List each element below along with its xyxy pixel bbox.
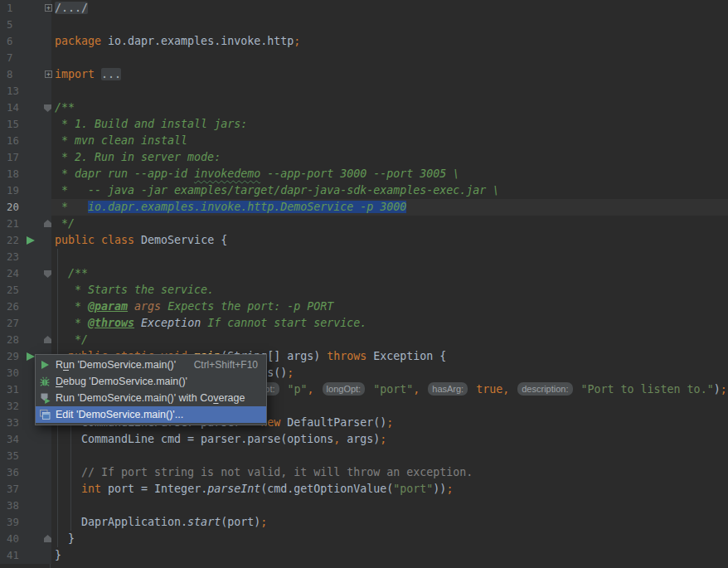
code-line[interactable]: 24 /** <box>0 265 728 282</box>
code-text[interactable]: /.../ <box>51 0 728 17</box>
code-text[interactable]: * @throws Exception If cannot start serv… <box>51 315 728 332</box>
line-number[interactable]: 41 <box>0 547 51 564</box>
line-number[interactable]: 27 <box>0 315 51 332</box>
line-number[interactable]: 24 <box>0 265 51 282</box>
code-text[interactable] <box>51 498 728 514</box>
fold-collapsed-icon[interactable]: + <box>45 70 52 78</box>
line-number[interactable]: 28 <box>0 332 51 348</box>
code-line[interactable]: 7 <box>0 50 728 66</box>
line-number[interactable]: 35 <box>0 448 51 464</box>
run-with-coverage-menu-item[interactable]: Run 'DemoService.main()' with Coverage <box>36 390 266 406</box>
run-gutter-icon[interactable] <box>27 352 35 361</box>
code-text[interactable] <box>51 83 728 100</box>
code-line[interactable]: 27 * @throws Exception If cannot start s… <box>0 315 728 332</box>
code-text[interactable] <box>51 249 728 265</box>
code-text[interactable]: */ <box>51 332 728 348</box>
line-number[interactable]: 23 <box>0 249 51 265</box>
code-token: throws <box>327 350 373 362</box>
line-number[interactable]: 22 <box>0 232 51 249</box>
line-number[interactable]: 13 <box>0 83 51 100</box>
line-number[interactable]: 5 <box>0 17 51 33</box>
line-number[interactable]: 20 <box>0 199 51 216</box>
code-line[interactable]: 28 */ <box>0 332 728 348</box>
line-number[interactable]: 15 <box>0 116 51 133</box>
line-number[interactable]: 37 <box>0 481 51 498</box>
code-token <box>575 383 581 396</box>
edit-menu-item[interactable]: Edit 'DemoService.main()'... <box>36 406 266 423</box>
code-text[interactable]: * Starts the service. <box>51 282 728 299</box>
code-text[interactable] <box>51 50 728 66</box>
line-number[interactable]: 40 <box>0 531 51 547</box>
line-number[interactable]: 25 <box>0 282 51 299</box>
code-line[interactable]: 21 */ <box>0 216 728 232</box>
run-menu-item[interactable]: Run 'DemoService.main()'Ctrl+Shift+F10 <box>36 357 266 373</box>
code-text[interactable]: // If port string is not valid, it will … <box>51 464 728 481</box>
code-text[interactable]: * dapr run --app-id invokedemo --app-por… <box>51 166 728 182</box>
code-text[interactable]: * @param args Expects the port: -p PORT <box>51 299 728 315</box>
code-text[interactable]: */ <box>51 216 728 232</box>
code-line[interactable]: 19 * -- java -jar examples/target/dapr-j… <box>0 182 728 199</box>
code-text[interactable]: /** <box>51 100 728 116</box>
line-number[interactable]: 34 <box>0 431 51 448</box>
line-number[interactable]: 6 <box>0 33 51 50</box>
code-line[interactable]: 14/** <box>0 100 728 116</box>
code-text[interactable]: * 2. Run in server mode: <box>51 149 728 166</box>
code-text[interactable]: /** <box>51 265 728 282</box>
code-line[interactable]: 16 * mvn clean install <box>0 133 728 149</box>
line-number[interactable]: 39 <box>0 514 51 531</box>
code-text[interactable] <box>51 448 728 464</box>
line-number[interactable]: 17 <box>0 149 51 166</box>
code-line[interactable]: 18 * dapr run --app-id invokedemo --app-… <box>0 166 728 182</box>
code-line[interactable]: 40 } <box>0 531 728 547</box>
code-text[interactable]: * 1. Build and install jars: <box>51 116 728 133</box>
code-line[interactable]: 20 * io.dapr.examples.invoke.http.DemoSe… <box>0 199 728 216</box>
code-text[interactable]: public class DemoService { <box>51 232 728 249</box>
code-text[interactable]: CommandLine cmd = parser.parse(options, … <box>51 431 728 448</box>
code-line[interactable]: 35 <box>0 448 728 464</box>
code-line[interactable]: 41} <box>0 547 728 564</box>
parameter-hint-badge[interactable]: hasArg: <box>428 382 468 396</box>
code-line[interactable]: 13 <box>0 83 728 100</box>
line-number[interactable]: 7 <box>0 50 51 66</box>
code-text[interactable]: DaprApplication.start(port); <box>51 514 728 531</box>
code-text[interactable]: int port = Integer.parseInt(cmd.getOptio… <box>51 481 728 498</box>
code-line[interactable]: 15 * 1. Build and install jars: <box>0 116 728 133</box>
line-number[interactable]: 36 <box>0 464 51 481</box>
line-number[interactable]: 19 <box>0 182 51 199</box>
code-line[interactable]: 34 CommandLine cmd = parser.parse(option… <box>0 431 728 448</box>
parameter-hint-badge[interactable]: description: <box>517 382 572 396</box>
code-line[interactable]: 26 * @param args Expects the port: -p PO… <box>0 299 728 315</box>
code-text[interactable]: package io.dapr.examples.invoke.http; <box>51 33 728 50</box>
code-line[interactable]: 1+/.../ <box>0 0 728 17</box>
run-gutter-icon[interactable] <box>27 236 35 245</box>
code-text[interactable]: import ... <box>51 66 728 83</box>
code-line[interactable]: 22public class DemoService { <box>0 232 728 249</box>
line-number[interactable]: 18 <box>0 166 51 182</box>
code-line[interactable]: 37 int port = Integer.parseInt(cmd.getOp… <box>0 481 728 498</box>
code-text[interactable] <box>51 17 728 33</box>
line-number[interactable]: 26 <box>0 299 51 315</box>
code-text[interactable]: * mvn clean install <box>51 133 728 149</box>
code-line[interactable]: 8+import ... <box>0 66 728 83</box>
line-number[interactable]: 21 <box>0 216 51 232</box>
code-line[interactable]: 25 * Starts the service. <box>0 282 728 299</box>
line-number[interactable]: 8 <box>0 66 51 83</box>
code-line[interactable]: 17 * 2. Run in server mode: <box>0 149 728 166</box>
code-line[interactable]: 36 // If port string is not valid, it wi… <box>0 464 728 481</box>
fold-collapsed-icon[interactable]: + <box>45 4 52 12</box>
code-line[interactable]: 6package io.dapr.examples.invoke.http; <box>0 33 728 50</box>
debug-menu-item[interactable]: Debug 'DemoService.main()' <box>36 373 266 390</box>
line-number[interactable]: 16 <box>0 133 51 149</box>
line-number[interactable]: 38 <box>0 498 51 514</box>
code-text[interactable]: * -- java -jar examples/target/dapr-java… <box>51 182 728 199</box>
parameter-hint-badge[interactable]: longOpt: <box>323 382 366 396</box>
code-line[interactable]: 23 <box>0 249 728 265</box>
code-line[interactable]: 5 <box>0 17 728 33</box>
code-line[interactable]: 39 DaprApplication.start(port); <box>0 514 728 531</box>
line-number[interactable]: 1 <box>0 0 51 17</box>
code-text[interactable]: * io.dapr.examples.invoke.http.DemoServi… <box>51 199 728 216</box>
line-number[interactable]: 14 <box>0 100 51 116</box>
code-text[interactable]: } <box>51 547 728 564</box>
code-line[interactable]: 38 <box>0 498 728 514</box>
code-text[interactable]: } <box>51 531 728 547</box>
